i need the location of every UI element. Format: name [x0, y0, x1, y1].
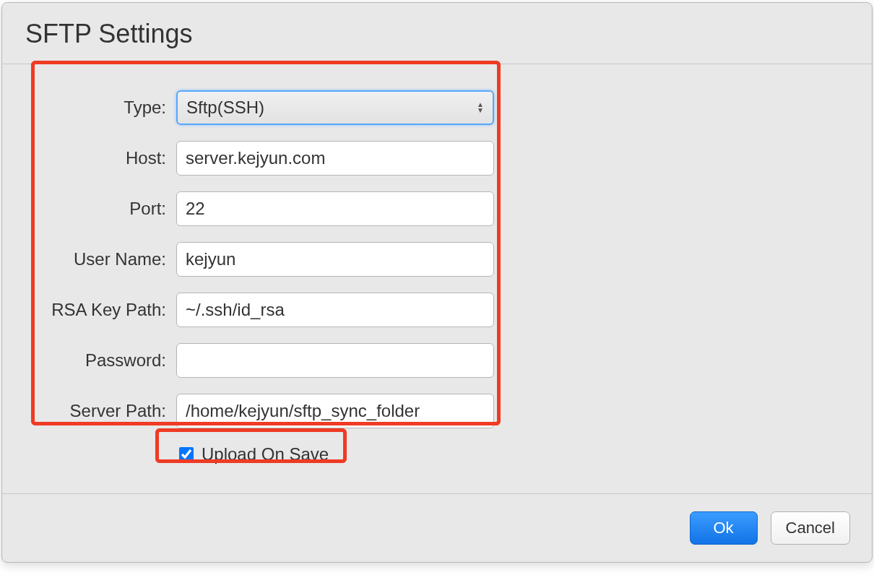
ok-button[interactable]: Ok [690, 511, 758, 545]
port-label: Port: [15, 199, 176, 219]
upload-on-save-label: Upload On Save [202, 444, 329, 464]
type-select-value: Sftp(SSH) [186, 98, 264, 118]
cancel-button[interactable]: Cancel [771, 511, 850, 545]
dialog-header: SFTP Settings [2, 3, 872, 64]
rsa-label: RSA Key Path: [15, 300, 176, 320]
user-label: User Name: [15, 249, 176, 269]
dialog-footer: Ok Cancel [2, 493, 872, 562]
stepper-icon: ▲▼ [477, 102, 484, 113]
type-label: Type: [15, 98, 176, 118]
upload-on-save-checkbox[interactable] [179, 447, 194, 462]
host-label: Host: [15, 148, 176, 168]
password-input[interactable] [176, 343, 494, 378]
server-path-input[interactable] [176, 394, 494, 428]
password-label: Password: [15, 350, 176, 371]
rsa-input[interactable] [176, 293, 494, 327]
user-input[interactable] [176, 242, 494, 277]
dialog-body: Type: Sftp(SSH) ▲▼ Host: Port: User Name… [2, 64, 872, 493]
host-input[interactable] [176, 141, 494, 176]
port-input[interactable] [176, 191, 494, 226]
dialog-title: SFTP Settings [25, 19, 849, 49]
server-path-label: Server Path: [15, 401, 176, 421]
sftp-settings-dialog: SFTP Settings Type: Sftp(SSH) ▲▼ Host: P… [1, 2, 873, 563]
type-select[interactable]: Sftp(SSH) ▲▼ [176, 90, 494, 125]
